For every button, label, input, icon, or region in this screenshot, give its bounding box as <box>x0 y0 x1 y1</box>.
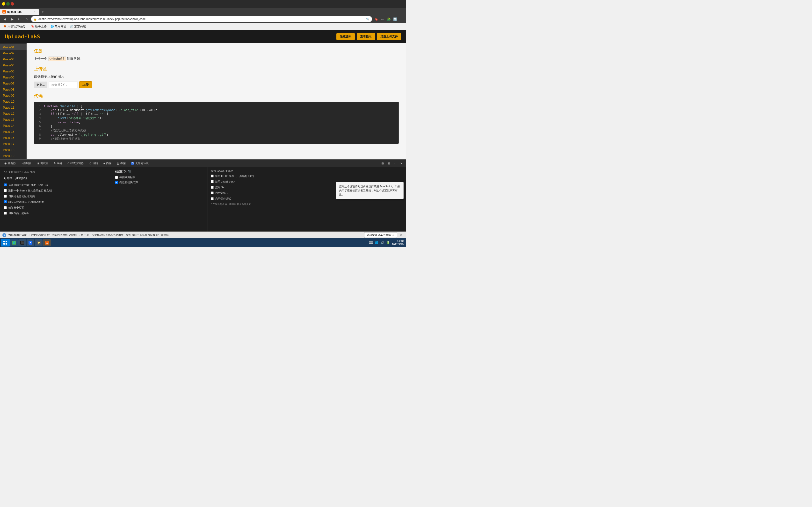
memory-label: 内存 <box>106 162 111 165</box>
bookmark-foxofficial[interactable]: 🦊 火狐官方站点 <box>2 24 27 29</box>
taskbar-app-bluetooth[interactable]: Ƀ <box>27 239 34 246</box>
select-iframe-checkbox[interactable] <box>4 189 7 192</box>
sidebar-item-pass02[interactable]: Pass-02 <box>0 50 27 56</box>
taskbar-sound-icon[interactable]: 🔊 <box>380 240 385 245</box>
menu-icon[interactable]: ☰ <box>399 16 404 22</box>
toggle-colorpicker-checkbox[interactable] <box>4 195 7 198</box>
taskbar-app-terminal[interactable]: ⬛ <box>18 239 26 246</box>
responsive-mode-checkbox[interactable] <box>4 201 7 203</box>
maximize-button[interactable] <box>6 2 10 6</box>
bluetooth-icon: Ƀ <box>29 241 33 244</box>
address-bar[interactable]: 🔒 destin.love/WebSite/text/upload-labs-m… <box>31 16 372 22</box>
sound-checkbox[interactable] <box>115 181 118 184</box>
devtools-layout-button[interactable]: ⊞ <box>386 161 392 166</box>
sidebar-item-pass16[interactable]: Pass-16 <box>0 135 27 141</box>
devtools-right-buttons: ⊡ ⊞ ⋯ ✕ <box>380 161 404 166</box>
devtools-tab-inspector[interactable]: ◉ 查看器 <box>2 161 18 166</box>
sidebar-item-pass11[interactable]: Pass-11 <box>0 105 27 111</box>
accessibility-icon: ♿ <box>131 162 134 165</box>
disable-http-cache-checkbox[interactable] <box>211 175 214 177</box>
devtools-tab-storage[interactable]: 🗄 存储 <box>114 161 128 166</box>
toggle-rulers-checkbox[interactable] <box>4 212 7 215</box>
home-button[interactable]: ⌂ <box>24 16 30 22</box>
status-text: 为推荐用户体验，Firefox 将发送部分功能的使用情况给我们，用于进一步优化火… <box>8 233 362 237</box>
disable-javascript-label: 禁用 JavaScript * <box>215 180 236 183</box>
sidebar-item-pass12[interactable]: Pass-12 <box>0 111 27 117</box>
sidebar-item-pass07[interactable]: Pass-07 <box>0 80 27 87</box>
close-button[interactable] <box>11 2 14 6</box>
taskbar-app-files[interactable]: 📁 <box>35 239 43 246</box>
clear-uploads-button[interactable]: 清空上传文件 <box>377 33 401 40</box>
sidebar-item-pass10[interactable]: Pass-10 <box>0 99 27 105</box>
devtools-tab-debugger[interactable]: ⏸ 调试器 <box>34 161 51 166</box>
sidebar-item-pass03[interactable]: Pass-03 <box>0 56 27 62</box>
refresh-button[interactable]: ↻ <box>16 16 22 22</box>
status-close-button[interactable]: ✕ <box>399 233 404 237</box>
devtools-tab-performance[interactable]: ⏱ 性能 <box>87 161 100 166</box>
sync-icon[interactable]: 🔄 <box>393 16 398 22</box>
taskbar-app-browser1[interactable]: 🌐 <box>10 239 18 246</box>
upload-button[interactable]: 上传 <box>79 81 92 88</box>
more-icon[interactable]: ⋯ <box>380 16 385 22</box>
disable-javascript-checkbox[interactable] <box>211 180 214 183</box>
tab-close-button[interactable]: ✕ <box>33 10 36 13</box>
browser-titlebar <box>0 0 406 8</box>
screenshot-page-checkbox[interactable] <box>4 206 7 209</box>
devtools-tab-memory[interactable]: ◈ 内存 <box>101 161 114 166</box>
browse-button[interactable]: 浏览... <box>34 81 47 88</box>
enable-remote-debug-checkbox[interactable] <box>211 197 214 200</box>
screenshot-icon[interactable]: 📷 <box>128 169 132 174</box>
enable-se-checkbox[interactable] <box>211 186 214 189</box>
inspector-label: 查看器 <box>8 162 16 165</box>
sidebar-item-pass19[interactable]: Pass-19 <box>0 153 27 159</box>
sidebar-item-pass14[interactable]: Pass-14 <box>0 123 27 129</box>
view-hints-button[interactable]: 查看提示 <box>357 33 375 40</box>
sidebar-item-pass08[interactable]: Pass-08 <box>0 87 27 93</box>
file-name-display: 未选择文件。 <box>49 81 78 88</box>
devtools-more-button[interactable]: ⋯ <box>393 161 398 166</box>
sidebar-item-pass04[interactable]: Pass-04 <box>0 62 27 68</box>
line-number: 6 <box>34 125 44 128</box>
minimize-button[interactable] <box>2 2 5 6</box>
devtools-close-button[interactable]: ✕ <box>399 161 404 166</box>
bookmark-newuser[interactable]: 🔖 新手上路 <box>30 24 48 29</box>
active-tab[interactable]: 🦊 upload-labs ✕ <box>0 9 39 15</box>
sidebar-item-pass05[interactable]: Pass-05 <box>0 68 27 74</box>
start-button[interactable] <box>1 239 10 246</box>
taskbar-network-icon[interactable]: 🌐 <box>374 240 379 245</box>
devtools-tab-style-editor[interactable]: {} 样式编辑器 <box>65 161 86 166</box>
sidebar-item-pass15[interactable]: Pass-15 <box>0 129 27 135</box>
devtools-tab-accessibility[interactable]: ♿ 无障碍环境 <box>129 161 151 166</box>
extensions-icon[interactable]: 🧩 <box>386 16 392 22</box>
share-data-button[interactable]: 选择您要分享的数据(C) <box>364 232 397 238</box>
taskbar-app-firefox[interactable]: 🦊 <box>43 239 51 246</box>
bookmark-jd[interactable]: 🛒 京东商城 <box>69 24 87 29</box>
sidebar-item-pass09[interactable]: Pass-09 <box>0 93 27 99</box>
select-element-checkbox[interactable] <box>4 183 7 186</box>
devtools-tab-network[interactable]: ⇅ 网络 <box>51 161 64 166</box>
taskbar-keyboard-icon[interactable]: ⌨ <box>368 240 373 245</box>
back-button[interactable]: ◀ <box>2 16 8 22</box>
sidebar-item-pass13[interactable]: Pass-13 <box>0 117 27 123</box>
taskbar-battery-icon[interactable]: 🔋 <box>386 240 390 245</box>
screenshot-sound: 摁放相机快门声 <box>115 181 204 184</box>
devtools-panel: ◉ 查看器 > 控制台 ⏸ 调试器 ⇅ 网络 {} 样式编辑器 ⏱ 性能 ◈ 内… <box>0 159 406 231</box>
task-code-label: webshell <box>48 56 66 61</box>
bookmark-common[interactable]: 🌐 常用网址 <box>49 24 68 29</box>
line-number: 1 <box>34 105 44 108</box>
sidebar-item-pass17[interactable]: Pass-17 <box>0 141 27 147</box>
devtools-tab-console[interactable]: > 控制台 <box>18 161 34 166</box>
hide-source-button[interactable]: 隐藏源码 <box>337 33 355 40</box>
line-content: function checkFile() { <box>44 105 82 108</box>
forward-button[interactable]: ▶ <box>9 16 15 22</box>
sidebar-item-pass18[interactable]: Pass-18 <box>0 147 27 153</box>
sidebar-item-pass01[interactable]: Pass-01 <box>0 44 27 50</box>
enable-browser-checkbox[interactable] <box>211 191 214 194</box>
bookmarks-icon[interactable]: 🔖 <box>373 16 379 22</box>
console-label: 控制台 <box>23 162 32 165</box>
new-tab-button[interactable]: + <box>40 9 46 15</box>
line-content: return false; <box>44 121 81 124</box>
sidebar-item-pass06[interactable]: Pass-06 <box>0 74 27 80</box>
devtools-popout-button[interactable]: ⊡ <box>380 161 385 166</box>
clipboard-checkbox[interactable] <box>115 176 118 179</box>
